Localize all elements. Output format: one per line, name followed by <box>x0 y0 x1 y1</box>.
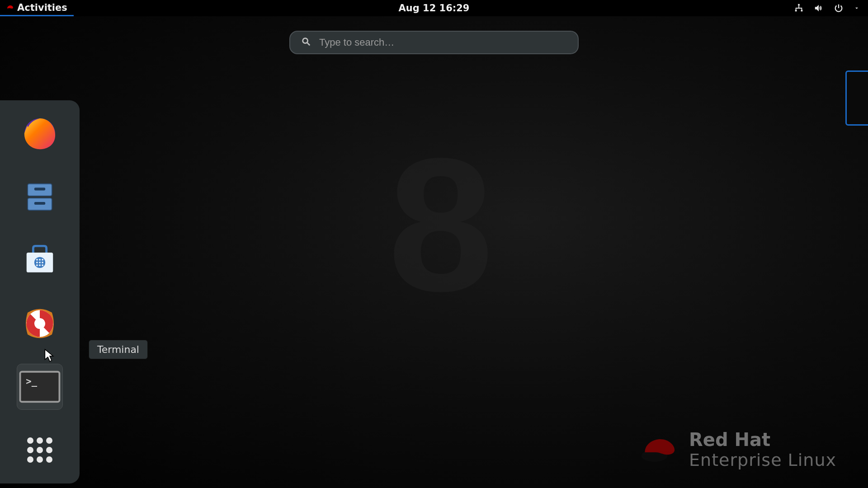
svg-rect-2 <box>801 10 803 12</box>
svg-point-21 <box>39 264 41 266</box>
chevron-down-icon <box>854 5 860 11</box>
search-icon <box>301 37 311 48</box>
search-container <box>289 31 579 54</box>
firefox-icon <box>21 115 59 153</box>
svg-point-34 <box>37 456 43 463</box>
dock-item-show-apps[interactable] <box>17 427 62 473</box>
search-input[interactable] <box>319 37 567 48</box>
files-icon <box>22 179 57 215</box>
workspace-thumbnail[interactable] <box>845 70 868 126</box>
svg-rect-8 <box>34 188 45 190</box>
svg-rect-1 <box>795 10 797 12</box>
top-bar: Activities Aug 12 16:29 <box>0 0 868 16</box>
help-icon <box>20 304 59 343</box>
svg-point-32 <box>46 447 52 453</box>
svg-point-17 <box>36 262 38 263</box>
svg-point-31 <box>37 447 43 453</box>
dock-item-firefox[interactable] <box>17 111 62 156</box>
activities-button[interactable]: Activities <box>0 0 74 16</box>
power-icon <box>834 3 844 13</box>
svg-point-14 <box>36 259 38 261</box>
svg-point-30 <box>27 447 33 453</box>
os-branding: Red Hat Enterprise Linux <box>640 429 836 470</box>
svg-line-4 <box>307 43 310 46</box>
svg-rect-0 <box>798 4 800 6</box>
svg-point-15 <box>39 259 41 261</box>
svg-point-19 <box>42 262 43 263</box>
dock-item-software[interactable] <box>17 238 62 283</box>
svg-point-20 <box>36 264 38 266</box>
svg-rect-11 <box>34 202 45 205</box>
mouse-cursor-icon <box>44 349 54 364</box>
redhat-logo-icon <box>640 434 678 465</box>
dock-item-help[interactable] <box>17 301 62 346</box>
svg-text:>_: >_ <box>26 376 37 387</box>
svg-point-35 <box>46 456 52 463</box>
dock-item-files[interactable] <box>17 174 62 220</box>
svg-point-33 <box>27 456 33 463</box>
svg-point-24 <box>34 318 45 329</box>
wallpaper-glyph: 8 <box>388 115 480 333</box>
dock-tooltip: Terminal <box>89 340 148 359</box>
activities-label: Activities <box>17 2 67 13</box>
brand-line1: Red Hat <box>689 429 836 450</box>
brand-line2: Enterprise Linux <box>689 450 836 470</box>
software-icon <box>22 243 57 278</box>
status-area[interactable] <box>794 3 868 13</box>
svg-point-27 <box>27 437 33 444</box>
svg-point-22 <box>42 264 43 266</box>
apps-grid-icon <box>24 434 56 466</box>
svg-point-18 <box>39 262 41 263</box>
svg-point-3 <box>303 38 308 43</box>
clock[interactable]: Aug 12 16:29 <box>399 3 470 14</box>
redhat-logo-icon <box>6 4 14 11</box>
terminal-icon: >_ <box>19 369 61 404</box>
network-icon <box>794 3 804 13</box>
dock-item-terminal[interactable]: >_ <box>17 364 62 409</box>
svg-point-16 <box>42 259 43 261</box>
svg-point-28 <box>37 437 43 444</box>
volume-icon <box>814 3 824 13</box>
search-box[interactable] <box>289 31 579 54</box>
svg-point-29 <box>46 437 52 444</box>
dash-dock: >_ <box>0 100 80 483</box>
